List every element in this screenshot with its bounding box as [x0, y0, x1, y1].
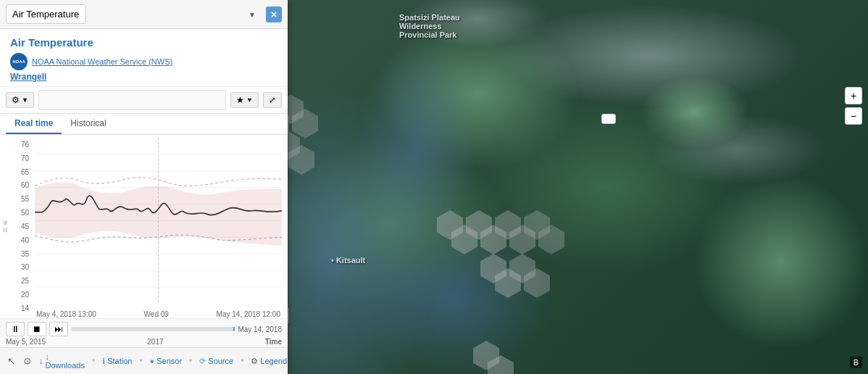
- y-axis-label: 30: [3, 263, 32, 271]
- gear-icon: ⚙: [12, 95, 20, 105]
- source-link-footer[interactable]: ⟳ Source: [199, 357, 233, 366]
- close-icon: ×: [271, 9, 277, 20]
- timeline-stop-button[interactable]: ⏹: [28, 322, 46, 336]
- star-icon: ★: [236, 95, 244, 105]
- timeline-slider-row: ⏸ ⏹ ⏭ May 14, 2018: [6, 322, 282, 336]
- timeline-time-label: Time: [265, 338, 282, 346]
- toolbar-spacer: [38, 90, 226, 110]
- expand-icon: ⤢: [269, 95, 276, 105]
- timeline-mid-label: 2017: [147, 338, 163, 346]
- station-source-row: NOAA NOAA National Weather Service (NWS): [10, 53, 277, 70]
- close-button[interactable]: ×: [266, 7, 282, 22]
- y-axis-label: 65: [3, 168, 32, 176]
- gear-dropdown-arrow: ▼: [22, 96, 28, 104]
- favorites-button[interactable]: ★ ▼: [230, 92, 259, 108]
- station-link[interactable]: ℹ Station: [102, 357, 132, 366]
- map-badge-text: B: [854, 358, 859, 367]
- source-link[interactable]: NOAA National Weather Service (NWS): [32, 57, 172, 66]
- legend-gear-icon: ⚙: [251, 357, 258, 366]
- zoom-in-button[interactable]: +: [845, 87, 862, 104]
- source-refresh-icon: ⟳: [199, 357, 206, 366]
- stop-icon: ⏹: [33, 324, 41, 334]
- y-axis-label: 76: [3, 141, 32, 149]
- road-number: 27: [603, 113, 614, 125]
- settings-button[interactable]: ⚙ ▼: [6, 92, 34, 108]
- chart-svg-area: [35, 138, 282, 304]
- left-panel: Air Temperature ▼ × Air Temperature NOAA…: [0, 0, 288, 374]
- max-icon[interactable]: ⊞: [3, 220, 8, 226]
- panel-header: Air Temperature ▼ ×: [0, 0, 288, 29]
- cursor-indicator: ↖: [7, 355, 16, 367]
- y-axis-label: 14: [3, 304, 32, 312]
- timeline-pause-button[interactable]: ⏸: [6, 322, 25, 336]
- chart-svg: [35, 138, 282, 304]
- y-axis-label: 20: [3, 291, 32, 299]
- pause-icon: ⏸: [11, 324, 20, 334]
- y-axis-label: 50: [3, 209, 32, 217]
- y-axis-label: 40: [3, 236, 32, 244]
- chart-date-labels: May 4, 2018 13:00 Wed 09 May 14, 2018 12…: [35, 310, 282, 318]
- separator-3: •: [189, 356, 192, 366]
- chart-tabs: Real time Historical: [0, 114, 288, 135]
- dropdown-arrow-icon: ▼: [249, 10, 256, 18]
- timeline-forward-button[interactable]: ⏭: [49, 322, 68, 336]
- star-dropdown-arrow: ▼: [246, 96, 253, 104]
- separator-4: •: [241, 356, 243, 366]
- chart-toolbar: ⚙ ▼ ★ ▼ ⤢: [0, 87, 288, 114]
- downloads-link[interactable]: ↓ ↓ Downloads: [39, 352, 85, 370]
- road-marker: 27: [601, 114, 616, 124]
- separator-2: •: [139, 356, 142, 366]
- noaa-logo: NOAA: [10, 53, 28, 70]
- variable-dropdown[interactable]: Air Temperature: [6, 4, 86, 24]
- timeline-start-label: May 5, 2015: [6, 338, 46, 346]
- timeline-controls: ⏸ ⏹ ⏭ May 14, 2018 May 5, 2015 2017 Time: [0, 318, 288, 347]
- map-badge: B: [850, 357, 862, 368]
- forward-icon: ⏭: [54, 324, 63, 334]
- station-info-icon: ℹ: [102, 357, 105, 366]
- y-axis-label: 35: [3, 250, 32, 258]
- chart-date-right: May 14, 2018 12:00: [217, 310, 280, 318]
- y-axis-label: 70: [3, 154, 32, 162]
- legend-link[interactable]: ⚙ Legend: [251, 357, 287, 366]
- timeline-labels: May 5, 2015 2017 Time: [6, 338, 282, 346]
- y-axis-label: 25: [3, 277, 32, 285]
- timeline-end-date: May 14, 2018: [238, 325, 282, 333]
- sensor-link[interactable]: ● Sensor: [150, 357, 183, 365]
- footer-gear-icon[interactable]: ⚙: [23, 356, 32, 367]
- tab-historical[interactable]: Historical: [62, 114, 114, 134]
- sensor-dot-icon: ●: [150, 357, 155, 365]
- min-max-toggle[interactable]: ⊞ ⊟: [3, 220, 8, 233]
- panel-footer: ↖ ⚙ ↓ ↓ Downloads • ℹ Station • ● Sensor…: [0, 347, 288, 374]
- station-title: Air Temperature: [10, 36, 277, 49]
- download-icon: ↓: [39, 357, 43, 365]
- expand-button[interactable]: ⤢: [263, 92, 282, 108]
- timeline-bar[interactable]: [71, 327, 235, 331]
- chart-date-center: Wed 09: [144, 310, 169, 318]
- zoom-out-button[interactable]: −: [845, 107, 862, 125]
- min-icon[interactable]: ⊟: [3, 228, 8, 233]
- station-info: Air Temperature NOAA NOAA National Weath…: [0, 29, 288, 87]
- chart-container: 76706560555045403530252014 ⊞ ⊟: [0, 135, 288, 318]
- logo-text: NOAA: [12, 59, 25, 64]
- separator-1: •: [92, 356, 95, 366]
- y-axis-label: 60: [3, 181, 32, 189]
- station-name-link[interactable]: Wrangell: [10, 72, 277, 82]
- chart-date-left: May 4, 2018 13:00: [36, 310, 96, 318]
- tab-realtime[interactable]: Real time: [6, 114, 62, 134]
- timeline-handle[interactable]: [233, 327, 235, 331]
- y-axis-label: 55: [3, 195, 32, 203]
